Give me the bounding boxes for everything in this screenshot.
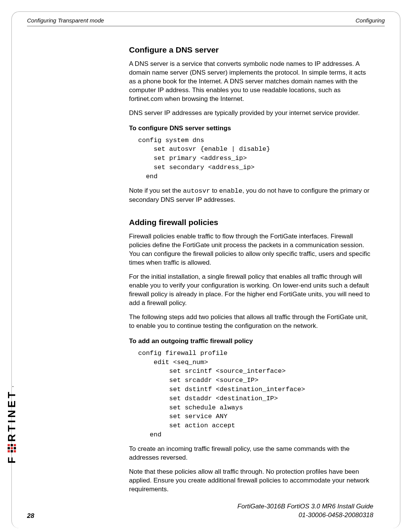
note-text: Note if you set the [129, 187, 183, 194]
fortinet-logo: F RTINET . [6, 383, 18, 463]
footer-doc-title: FortiGate-3016B FortiOS 3.0 MR6 Install … [237, 502, 373, 511]
footer-doc-id: 01-30006-0458-20080318 [237, 511, 373, 520]
logo-text: RTINET [6, 390, 18, 442]
section-title-firewall: Adding firewall policies [129, 218, 373, 227]
sub-heading-firewall-outgoing: To add an outgoing traffic firewall poli… [129, 337, 373, 345]
logo-square-icon [8, 444, 16, 452]
paragraph: Note that these policies allow all traff… [129, 468, 373, 494]
logo-tm: . [9, 383, 14, 387]
paragraph: For the initial installation, a single f… [129, 273, 373, 308]
paragraph: The following steps add two policies tha… [129, 313, 373, 331]
paragraph: To create an incoming traffic firewall p… [129, 445, 373, 462]
paragraph: DNS server IP addresses are typically pr… [129, 109, 373, 118]
paragraph: Firewall policies enable traffic to flow… [129, 232, 373, 267]
main-content: Configure a DNS server A DNS server is a… [129, 45, 373, 494]
sub-heading-dns-config: To configure DNS server settings [129, 125, 373, 132]
code-block-firewall: config firewall profile edit <seq_num> s… [138, 349, 373, 439]
page-number: 28 [27, 512, 34, 520]
header-rule [27, 26, 385, 26]
note-text: to [210, 187, 219, 194]
header-left: Configuring Transparent mode [27, 17, 104, 24]
logo-letter-f: F [6, 455, 18, 463]
paragraph-note-dns: Note if you set the autosvr to enable, y… [129, 187, 373, 204]
paragraph: A DNS server is a service that converts … [129, 60, 373, 104]
running-header: Configuring Transparent mode Configuring [27, 17, 385, 24]
header-right: Configuring [355, 17, 385, 24]
footer-right: FortiGate-3016B FortiOS 3.0 MR6 Install … [237, 502, 373, 520]
section-title-dns: Configure a DNS server [129, 45, 373, 54]
page-footer: 28 FortiGate-3016B FortiOS 3.0 MR6 Insta… [27, 502, 373, 520]
page-frame: Configuring Transparent mode Configuring… [11, 11, 400, 528]
code-block-dns: config system dns set autosvr {enable | … [138, 136, 373, 181]
inline-code: autosvr [183, 187, 210, 195]
inline-code: enable [219, 187, 242, 195]
